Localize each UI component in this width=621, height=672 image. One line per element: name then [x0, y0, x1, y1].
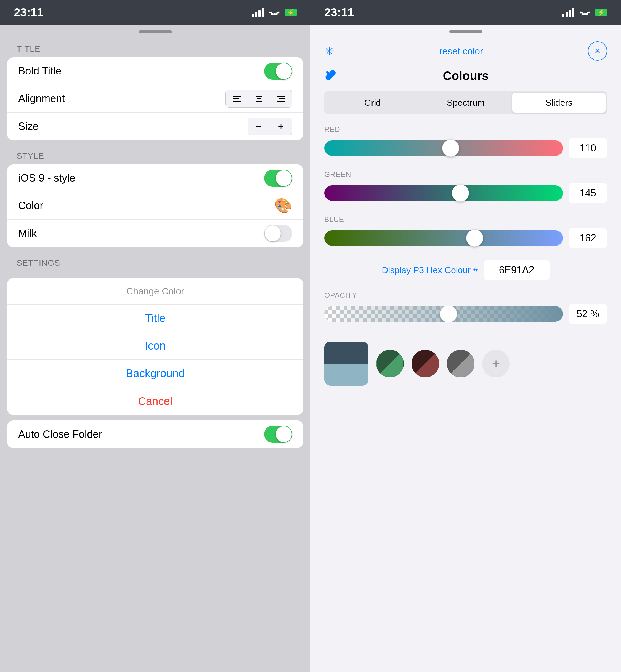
opacity-slider-thumb[interactable] [440, 306, 457, 322]
green-label: GREEN [324, 170, 607, 179]
swatches-row: + [310, 333, 621, 394]
bold-title-toggle-thumb [276, 63, 292, 79]
ios9-row: iOS 9 - style [7, 165, 303, 192]
action-sheet-title: Change Color [7, 278, 303, 305]
alignment-row: Alignment [7, 85, 303, 113]
blue-slider-track[interactable] [324, 230, 563, 246]
left-panel: 23:11 ⚡ TITLE Bold Title [0, 0, 310, 672]
signal-icon-left [252, 8, 264, 17]
green-slider-thumb[interactable] [452, 185, 469, 201]
color-row: Color 🎨 [7, 192, 303, 220]
green-slider-track[interactable] [324, 185, 563, 201]
palette-icon[interactable]: 🎨 [274, 197, 292, 214]
time-right: 23:11 [324, 6, 354, 19]
spinner-icon: ✳ [324, 44, 334, 58]
svg-rect-14 [566, 12, 568, 17]
action-icon-btn[interactable]: Icon [7, 332, 303, 360]
opacity-label: OPACITY [324, 291, 607, 300]
signal-icon-right [562, 8, 574, 17]
red-label: RED [324, 125, 607, 134]
swatch-preview [324, 342, 368, 386]
svg-rect-3 [262, 8, 264, 17]
red-value-box: 110 [569, 138, 607, 158]
opacity-value-box: 52 % [569, 304, 607, 324]
swatch-3[interactable] [447, 350, 474, 377]
status-bar-left: 23:11 ⚡ [0, 0, 310, 25]
drag-handle-right [449, 30, 483, 33]
size-group: − + [248, 118, 292, 135]
tab-spectrum[interactable]: Spectrum [419, 93, 512, 113]
milk-toggle-thumb [265, 225, 281, 241]
right-panel: 23:11 ⚡ ✳ reset color × [310, 0, 621, 672]
swatch-bottom [324, 364, 368, 386]
ios9-toggle-thumb [276, 170, 292, 186]
tab-sliders[interactable]: Sliders [512, 93, 606, 113]
svg-rect-16 [572, 8, 574, 17]
reset-color-btn[interactable]: reset color [440, 46, 483, 56]
blue-slider-row: 162 [324, 228, 607, 248]
red-slider-thumb[interactable] [442, 140, 459, 157]
bottom-card: Auto Close Folder [7, 420, 303, 448]
auto-close-toggle-thumb [276, 426, 292, 442]
milk-toggle[interactable] [264, 225, 292, 242]
opacity-slider-track[interactable] [324, 306, 563, 322]
wifi-icon-left [269, 8, 280, 16]
action-background-btn[interactable]: Background [7, 360, 303, 387]
swatch-top [324, 342, 368, 364]
battery-icon-left: ⚡ [285, 8, 297, 16]
blue-slider-thumb[interactable] [466, 229, 483, 247]
auto-close-toggle[interactable] [264, 425, 292, 443]
hex-value-box[interactable]: 6E91A2 [484, 260, 550, 280]
blue-value-box: 162 [569, 228, 607, 248]
milk-label: Milk [18, 228, 37, 239]
green-value-box: 145 [569, 183, 607, 203]
section-settings-label: SETTINGS [0, 247, 310, 271]
battery-icon-right: ⚡ [595, 8, 607, 16]
style-card: iOS 9 - style Color 🎨 Milk [7, 165, 303, 247]
picker-header: ✳ reset color × [310, 33, 621, 66]
bold-title-toggle[interactable] [264, 62, 292, 80]
red-slider-track[interactable] [324, 140, 563, 156]
svg-point-17 [326, 78, 328, 80]
auto-close-label: Auto Close Folder [18, 429, 102, 440]
size-minus-btn[interactable]: − [248, 118, 270, 135]
align-left-btn[interactable] [226, 90, 248, 107]
status-icons-left: ⚡ [252, 8, 297, 17]
close-btn[interactable]: × [588, 41, 607, 61]
eyedropper-btn[interactable] [324, 69, 336, 83]
action-cancel-btn[interactable]: Cancel [7, 387, 303, 415]
hex-label: Display P3 Hex Colour # [382, 265, 478, 275]
align-center-btn[interactable] [248, 90, 270, 107]
swatch-1[interactable] [376, 350, 404, 377]
swatch-add-btn[interactable]: + [482, 350, 510, 377]
red-slider-section: RED 110 [310, 123, 621, 168]
ios9-toggle[interactable] [264, 170, 292, 187]
hex-row: Display P3 Hex Colour # 6E91A2 [310, 257, 621, 288]
svg-rect-2 [258, 10, 260, 17]
swatch-2[interactable] [412, 350, 439, 377]
section-style-label: STYLE [0, 140, 310, 165]
section-title-label: TITLE [0, 33, 310, 57]
milk-row: Milk [7, 220, 303, 247]
blue-label: BLUE [324, 215, 607, 224]
tab-grid[interactable]: Grid [326, 93, 419, 113]
green-slider-row: 145 [324, 183, 607, 203]
wifi-icon-right [579, 8, 590, 16]
size-plus-btn[interactable]: + [270, 118, 292, 135]
blue-slider-section: BLUE 162 [310, 212, 621, 257]
close-icon: × [594, 45, 600, 57]
auto-close-row: Auto Close Folder [7, 420, 303, 448]
action-title-btn[interactable]: Title [7, 305, 303, 332]
bold-title-row: Bold Title [7, 57, 303, 85]
action-sheet: Change Color Title Icon Background Cance… [7, 278, 303, 415]
svg-rect-13 [562, 13, 565, 17]
color-picker-sheet: ✳ reset color × Colours Grid Spectrum [310, 33, 621, 672]
status-bar-right: 23:11 ⚡ [310, 0, 621, 25]
segmented-control: Grid Spectrum Sliders [324, 91, 607, 114]
alignment-label: Alignment [18, 93, 65, 104]
svg-rect-0 [252, 13, 254, 17]
ios9-label: iOS 9 - style [18, 172, 75, 184]
green-slider-section: GREEN 145 [310, 168, 621, 212]
align-right-btn[interactable] [270, 90, 292, 107]
picker-main-title: Colours [443, 69, 489, 83]
